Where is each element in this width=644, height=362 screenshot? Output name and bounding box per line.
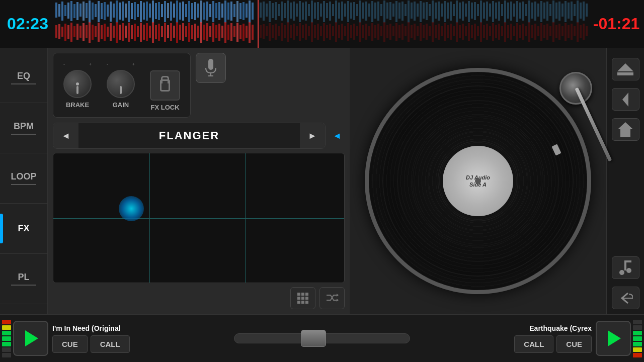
svg-rect-280 — [374, 25, 376, 38]
meter-seg-green-r1 — [633, 331, 642, 335]
svg-rect-42 — [182, 2, 184, 21]
svg-rect-141 — [483, 3, 485, 19]
mic-icon — [203, 59, 218, 77]
svg-rect-38 — [170, 2, 172, 21]
turntable[interactable]: DJ AudioSide A — [365, 68, 591, 294]
sidebar-item-loop[interactable]: LOOP — [0, 153, 47, 204]
sidebar-item-pl[interactable]: PL — [0, 254, 47, 304]
svg-rect-67 — [260, 3, 262, 18]
music-button[interactable]: + — [612, 256, 639, 279]
arrow-left-button[interactable] — [612, 88, 639, 111]
fx-lock-button[interactable] — [150, 70, 180, 101]
brake-knob[interactable] — [63, 70, 92, 98]
svg-rect-254 — [296, 26, 298, 36]
shuffle-button[interactable] — [319, 287, 345, 309]
eject-button[interactable] — [612, 58, 639, 80]
svg-rect-331 — [528, 22, 530, 42]
panel-collapse-button[interactable]: ◄ — [330, 123, 345, 149]
svg-rect-65 — [252, 3, 254, 20]
svg-rect-116 — [408, 1, 410, 23]
svg-rect-335 — [540, 23, 542, 41]
svg-rect-263 — [323, 23, 325, 41]
svg-rect-289 — [401, 24, 404, 40]
waveform-canvas[interactable] — [55, 0, 589, 48]
svg-rect-301 — [438, 24, 440, 40]
left-cue-button[interactable]: CUE — [52, 335, 88, 353]
svg-rect-165 — [555, 3, 557, 19]
sidebar-item-label-fx: FX — [18, 223, 29, 234]
right-play-button[interactable] — [596, 321, 631, 356]
svg-rect-221 — [191, 25, 193, 39]
svg-rect-224 — [200, 22, 202, 43]
fx-next-button[interactable]: ► — [300, 123, 325, 149]
back-button[interactable] — [612, 287, 639, 309]
svg-rect-346 — [574, 26, 576, 36]
svg-rect-281 — [377, 24, 379, 40]
fader-track[interactable] — [234, 333, 410, 343]
svg-rect-22 — [122, 2, 124, 21]
svg-rect-121 — [423, 3, 425, 19]
svg-rect-287 — [395, 23, 397, 41]
svg-rect-270 — [344, 26, 346, 36]
left-track-name: I'm In Need (Original — [52, 324, 130, 332]
svg-rect-124 — [432, 1, 434, 23]
svg-rect-182 — [73, 26, 75, 37]
svg-rect-356 — [305, 293, 308, 296]
svg-rect-358 — [301, 297, 304, 300]
svg-rect-218 — [182, 23, 184, 41]
svg-rect-100 — [359, 1, 361, 23]
svg-rect-170 — [571, 2, 573, 21]
svg-rect-185 — [83, 23, 85, 41]
svg-rect-187 — [89, 22, 91, 43]
svg-rect-164 — [552, 1, 554, 23]
left-call-button[interactable]: CALL — [91, 335, 130, 353]
svg-rect-277 — [365, 24, 367, 40]
right-call-button[interactable]: CALL — [514, 335, 553, 353]
svg-rect-152 — [516, 1, 518, 22]
right-track-info: Earthquake (Cyrex CALL CUE — [514, 324, 592, 353]
meter-seg-green-l1 — [2, 331, 11, 335]
svg-rect-290 — [405, 26, 407, 36]
svg-rect-131 — [453, 4, 455, 16]
svg-rect-228 — [212, 23, 214, 42]
svg-rect-324 — [507, 25, 509, 38]
svg-rect-95 — [344, 4, 346, 17]
svg-rect-58 — [230, 2, 232, 21]
svg-rect-88 — [323, 1, 325, 22]
svg-rect-318 — [489, 26, 491, 36]
svg-rect-128 — [444, 1, 446, 22]
mic-button[interactable] — [196, 53, 226, 83]
svg-rect-93 — [338, 3, 340, 19]
svg-rect-115 — [405, 4, 407, 16]
home-icon — [618, 122, 633, 137]
fader-thumb[interactable] — [301, 330, 326, 347]
svg-rect-99 — [356, 4, 358, 16]
svg-rect-236 — [236, 23, 238, 42]
fx-pad[interactable] — [53, 153, 345, 283]
svg-rect-45 — [191, 3, 193, 19]
svg-rect-176 — [55, 25, 57, 38]
left-play-button[interactable] — [13, 321, 48, 356]
svg-rect-186 — [86, 25, 88, 38]
sidebar-item-bpm[interactable]: BPM — [0, 103, 47, 153]
fx-prev-button[interactable]: ◄ — [53, 123, 78, 149]
svg-rect-130 — [450, 2, 452, 21]
svg-rect-94 — [341, 2, 343, 21]
svg-rect-348 — [580, 25, 582, 38]
svg-rect-241 — [252, 25, 254, 40]
svg-rect-197 — [119, 25, 121, 40]
right-cue-button[interactable]: CUE — [556, 335, 592, 353]
svg-rect-327 — [516, 23, 518, 41]
svg-marker-368 — [618, 122, 633, 137]
svg-rect-255 — [299, 23, 301, 41]
gain-knob[interactable] — [107, 70, 135, 98]
grid-button[interactable] — [290, 287, 315, 309]
home-button[interactable] — [612, 118, 639, 141]
svg-rect-102 — [365, 2, 367, 21]
svg-rect-134 — [462, 2, 464, 21]
record-center — [475, 178, 481, 184]
svg-rect-54 — [218, 2, 220, 20]
svg-rect-261 — [317, 24, 319, 40]
sidebar-item-fx[interactable]: FX — [0, 204, 47, 254]
sidebar-item-eq[interactable]: EQ — [0, 53, 47, 103]
